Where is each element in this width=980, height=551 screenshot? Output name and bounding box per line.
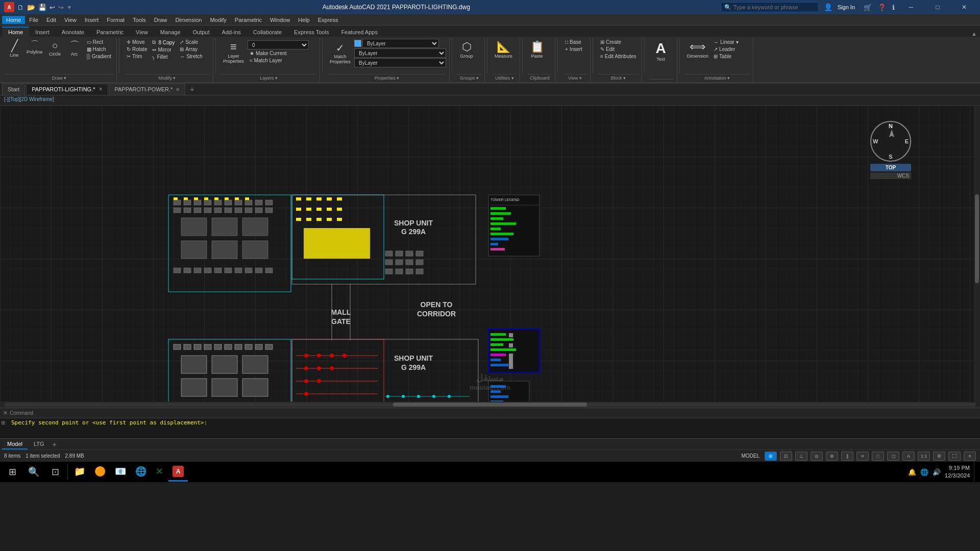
- tab-annotate[interactable]: Annotate: [56, 27, 90, 37]
- filetab-lighting-close[interactable]: ✕: [99, 86, 103, 92]
- menu-modify[interactable]: Modify: [206, 16, 230, 24]
- menu-tools[interactable]: Tools: [129, 16, 150, 24]
- taskbar-orange-browser[interactable]: 🟠: [90, 462, 110, 482]
- text-button[interactable]: A Text: [650, 39, 672, 63]
- menu-home[interactable]: Home: [2, 16, 25, 24]
- tab-parametric[interactable]: Parametric: [90, 27, 130, 37]
- cmdline-close-button[interactable]: ✕: [3, 410, 8, 416]
- arc-button[interactable]: ⌒ Arc: [65, 39, 84, 58]
- scale-button[interactable]: ⤢ Scale: [178, 39, 205, 45]
- add-tab-button[interactable]: +: [186, 84, 198, 95]
- taskbar-edge[interactable]: 🌐: [131, 462, 151, 482]
- layer-properties-button[interactable]: ≡ LayerProperties: [221, 39, 246, 65]
- info-icon[interactable]: ℹ: [892, 4, 895, 11]
- save-icon[interactable]: 💾: [38, 4, 46, 11]
- tab-expresstools[interactable]: Express Tools: [288, 27, 335, 37]
- filetab-lighting[interactable]: PAPPAROTI-LIGHTING.* ✕: [26, 84, 108, 95]
- vscroll[interactable]: [974, 106, 980, 402]
- edit-attributes-button[interactable]: ≡ Edit Attributes: [598, 53, 639, 60]
- vscroll-thumb[interactable]: [975, 194, 979, 283]
- lineweight-button[interactable]: ≡: [856, 452, 869, 461]
- tab-addins[interactable]: Add-ins: [216, 27, 247, 37]
- taskbar-explorer[interactable]: 📁: [70, 462, 89, 482]
- rectangle-button[interactable]: ▭ Rect: [85, 39, 113, 45]
- minimize-button[interactable]: ─: [899, 0, 923, 14]
- layer-dropdown[interactable]: 0ByLayer: [248, 40, 309, 49]
- tab-manage[interactable]: Manage: [154, 27, 187, 37]
- tab-output[interactable]: Output: [187, 27, 216, 37]
- cmdline-input[interactable]: [213, 418, 979, 427]
- tab-ltg[interactable]: LTG: [29, 439, 50, 449]
- fillet-button[interactable]: ╮ Fillet: [150, 54, 177, 60]
- copy-button[interactable]: ⧉ 8 Copy: [150, 39, 177, 46]
- trim-button[interactable]: ✂ Trim: [125, 53, 149, 60]
- move-button[interactable]: ✛ Move: [125, 39, 149, 45]
- help-icon[interactable]: ❓: [878, 4, 886, 11]
- tab-collaborate[interactable]: Collaborate: [247, 27, 288, 37]
- start-button[interactable]: ⊞: [2, 462, 22, 482]
- undo-icon[interactable]: ↩: [50, 4, 55, 11]
- search-input[interactable]: [733, 4, 815, 10]
- notification-icon[interactable]: 🔔: [908, 468, 916, 476]
- transparency-button[interactable]: □: [872, 452, 884, 461]
- filetab-start[interactable]: Start: [2, 84, 25, 95]
- open-icon[interactable]: 📂: [27, 4, 35, 11]
- linear-button[interactable]: ↔ Linear ▾: [712, 39, 741, 45]
- menu-express[interactable]: Express: [314, 16, 342, 24]
- menu-dimension[interactable]: Dimension: [171, 16, 206, 24]
- redo-icon[interactable]: ↪: [58, 4, 64, 11]
- table-button[interactable]: ⊞ Table: [712, 53, 741, 60]
- menu-parametric[interactable]: Parametric: [231, 16, 266, 24]
- paste-button[interactable]: 📋 Paste: [528, 39, 546, 60]
- menu-draw[interactable]: Draw: [150, 16, 172, 24]
- annotation-scale-button[interactable]: 1:1: [918, 452, 930, 461]
- tab-insert[interactable]: Insert: [29, 27, 56, 37]
- color-dropdown[interactable]: ByLayer: [362, 39, 439, 48]
- ortho-button[interactable]: ⊥: [795, 452, 807, 461]
- hscroll[interactable]: [0, 402, 980, 408]
- mirror-button[interactable]: ⇔ Mirror: [150, 46, 177, 53]
- network-icon[interactable]: 🌐: [920, 468, 928, 476]
- signin-button[interactable]: Sign In: [838, 4, 855, 10]
- polyline-button[interactable]: ⌒ Polyline: [24, 39, 45, 56]
- array-button[interactable]: ⊞ Array: [178, 46, 205, 53]
- make-current-button[interactable]: ★ Make Current: [248, 50, 309, 57]
- menu-insert[interactable]: Insert: [81, 16, 103, 24]
- measure-button[interactable]: 📐 Measure: [493, 39, 514, 60]
- filetab-power[interactable]: PAPPAROTI-POWER.* ✕: [109, 84, 186, 95]
- menu-help[interactable]: Help: [294, 16, 314, 24]
- hscroll-thumb[interactable]: [393, 403, 587, 407]
- customization-button[interactable]: ≡: [964, 452, 976, 461]
- rotate-button[interactable]: ↻ Rotate: [125, 46, 149, 53]
- selection-button[interactable]: ◻: [887, 452, 899, 461]
- create-block-button[interactable]: ⊞ Create: [598, 39, 639, 45]
- group-button[interactable]: ⬡ Group: [457, 39, 476, 60]
- search-taskbar-button[interactable]: 🔍: [23, 462, 44, 482]
- menu-view[interactable]: View: [60, 16, 81, 24]
- new-icon[interactable]: 🗋: [17, 4, 24, 11]
- snap-button[interactable]: ⊡: [780, 452, 792, 461]
- insert-button[interactable]: + Insert: [563, 46, 584, 53]
- tab-model[interactable]: Model: [2, 439, 28, 449]
- compass-top-button[interactable]: TOP: [870, 164, 911, 171]
- tab-featuredapps[interactable]: Featured Apps: [335, 27, 384, 37]
- match-properties-button[interactable]: ✓ MatchProperties: [328, 40, 353, 66]
- match-layer-button[interactable]: ≈ Match Layer: [248, 57, 309, 64]
- workspace-button[interactable]: ⚙: [933, 452, 945, 461]
- polar-button[interactable]: ◎: [811, 452, 823, 461]
- taskbar-excel[interactable]: ✕: [152, 462, 167, 482]
- show-desktop-button[interactable]: [974, 462, 978, 482]
- taskbar-clock[interactable]: 9:19 PM 12/3/2024: [945, 464, 970, 480]
- hscroll-track[interactable]: [4, 403, 976, 407]
- tab-view[interactable]: View: [130, 27, 154, 37]
- gradient-button[interactable]: ▒ Gradient: [85, 53, 113, 60]
- filetab-power-close[interactable]: ✕: [176, 87, 180, 92]
- tab-home[interactable]: Home: [2, 27, 29, 37]
- taskbar-mail[interactable]: 📧: [111, 462, 130, 482]
- taskview-button[interactable]: ⊡: [45, 462, 65, 482]
- edit-block-button[interactable]: ✎ Edit: [598, 46, 639, 53]
- add-layout-button[interactable]: +: [51, 440, 59, 448]
- line-button[interactable]: ╱ Line: [5, 39, 23, 59]
- linetype-dropdown[interactable]: ByLayer: [354, 48, 446, 58]
- leader-button[interactable]: ↗ Leader: [712, 46, 741, 53]
